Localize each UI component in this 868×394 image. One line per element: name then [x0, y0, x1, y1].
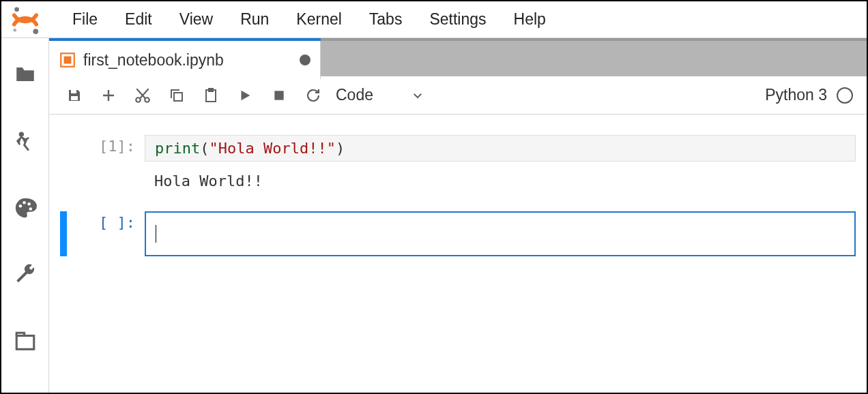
cell-type-select[interactable]: Code	[330, 86, 429, 104]
cut-button[interactable]	[126, 82, 160, 109]
menu-kernel[interactable]: Kernel	[283, 10, 355, 29]
cell-collapse-bar[interactable]	[60, 167, 67, 195]
svg-point-6	[27, 202, 31, 206]
code-cell-active[interactable]: [ ]:	[60, 211, 856, 256]
cell-collapse-bar[interactable]	[60, 211, 67, 256]
menu-settings[interactable]: Settings	[416, 10, 500, 29]
cell-output: Hola World!!	[60, 167, 856, 195]
svg-rect-8	[16, 336, 34, 350]
svg-rect-15	[174, 93, 182, 101]
svg-point-0	[14, 7, 19, 12]
tab-title: first_notebook.ipynb	[83, 51, 290, 70]
svg-point-1	[33, 29, 38, 34]
code-token: (	[200, 140, 209, 157]
svg-point-5	[23, 201, 26, 204]
svg-point-7	[29, 207, 32, 211]
insert-cell-button[interactable]	[91, 82, 126, 109]
notebook-tab[interactable]: first_notebook.ipynb	[49, 41, 321, 79]
code-token: "Hola World!!"	[209, 140, 335, 157]
svg-point-14	[145, 97, 149, 102]
main-area: first_notebook.ipynb	[49, 38, 867, 393]
kernel-name[interactable]: Python 3	[765, 86, 827, 104]
tab-dirty-indicator	[300, 55, 310, 65]
cell-collapse-bar[interactable]	[60, 135, 67, 162]
save-button[interactable]	[57, 82, 91, 109]
svg-rect-18	[274, 91, 283, 100]
kernel-status-indicator[interactable]	[837, 87, 853, 104]
restart-button[interactable]	[296, 82, 330, 109]
folder-icon[interactable]	[14, 63, 37, 86]
menu-edit[interactable]: Edit	[111, 10, 166, 29]
svg-rect-11	[71, 90, 76, 93]
tab-bar: first_notebook.ipynb	[49, 38, 867, 76]
copy-button[interactable]	[160, 82, 194, 109]
chevron-down-icon	[411, 89, 424, 102]
wrench-icon[interactable]	[14, 263, 37, 286]
input-prompt: [ ]:	[70, 211, 145, 231]
paste-button[interactable]	[194, 82, 228, 109]
notebook-icon	[59, 51, 76, 69]
code-token: )	[336, 140, 345, 157]
svg-rect-10	[64, 57, 72, 64]
output-prompt	[70, 167, 145, 195]
code-input[interactable]	[145, 211, 856, 256]
svg-rect-12	[71, 96, 78, 100]
menubar: File Edit View Run Kernel Tabs Settings …	[1, 1, 867, 38]
menu-help[interactable]: Help	[500, 10, 560, 29]
tabs-icon[interactable]	[14, 330, 37, 353]
notebook-body[interactable]: [1]: print("Hola World!!") Hola World!! …	[49, 115, 867, 393]
interrupt-button[interactable]	[262, 82, 296, 109]
cell-type-label: Code	[336, 86, 373, 104]
running-icon[interactable]	[14, 130, 37, 153]
palette-icon[interactable]	[14, 196, 37, 219]
code-token: print	[155, 140, 200, 157]
svg-point-13	[136, 97, 141, 102]
text-cursor	[156, 225, 156, 243]
jupyter-logo	[11, 5, 40, 34]
svg-rect-17	[209, 89, 213, 91]
code-cell[interactable]: [1]: print("Hola World!!")	[60, 135, 856, 162]
menu-tabs[interactable]: Tabs	[356, 10, 416, 29]
svg-point-2	[13, 28, 16, 31]
svg-point-3	[18, 132, 23, 136]
menu-run[interactable]: Run	[227, 10, 283, 29]
run-button[interactable]	[228, 82, 262, 109]
notebook-toolbar: Code Python 3	[49, 76, 867, 115]
output-text: Hola World!!	[145, 167, 856, 195]
svg-point-4	[18, 204, 22, 208]
left-sidebar	[1, 38, 49, 393]
code-input[interactable]: print("Hola World!!")	[145, 135, 856, 162]
input-prompt: [1]:	[70, 135, 145, 155]
menu-file[interactable]: File	[59, 10, 111, 29]
menu-view[interactable]: View	[166, 10, 227, 29]
